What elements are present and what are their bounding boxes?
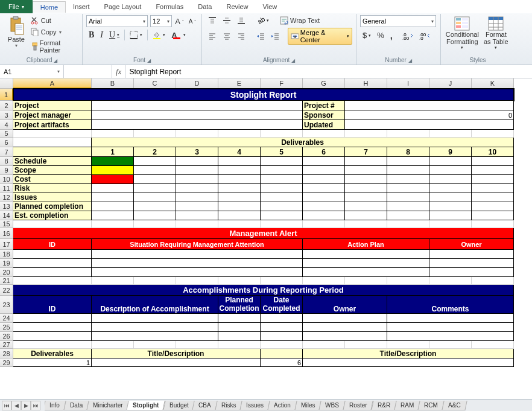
- cell[interactable]: [13, 220, 92, 228]
- cell[interactable]: [92, 211, 134, 220]
- cell[interactable]: [92, 130, 134, 138]
- sheet-nav-prev[interactable]: ◀: [11, 401, 21, 410]
- increase-decimal-button[interactable]: .0.00: [400, 30, 416, 41]
- row-header[interactable]: 13: [0, 202, 13, 211]
- tab-view[interactable]: View: [256, 1, 285, 12]
- cell[interactable]: [387, 314, 514, 323]
- label-updated[interactable]: Updated: [303, 120, 345, 130]
- cell[interactable]: [303, 211, 345, 220]
- col-header-A[interactable]: A: [13, 78, 92, 89]
- cell[interactable]: [92, 175, 134, 184]
- align-top-button[interactable]: [206, 15, 219, 26]
- row-header[interactable]: 6: [0, 138, 13, 147]
- cell[interactable]: [261, 166, 303, 175]
- cell[interactable]: [134, 277, 176, 285]
- cell[interactable]: [387, 202, 429, 211]
- accomp-date[interactable]: Date Completed: [261, 296, 303, 314]
- row-header[interactable]: 5: [0, 130, 13, 138]
- row-header[interactable]: 7: [0, 147, 13, 157]
- label-project-mgr[interactable]: Project manager: [13, 110, 92, 120]
- cell[interactable]: [176, 157, 218, 166]
- sheet-tab-minicharter[interactable]: Minicharter: [86, 401, 129, 410]
- row-header[interactable]: 24: [0, 314, 13, 323]
- bottom-n1[interactable]: 1: [13, 358, 92, 367]
- name-box[interactable]: A1▾: [0, 65, 64, 78]
- cell[interactable]: [303, 341, 345, 349]
- cell[interactable]: [303, 332, 387, 341]
- sheet-nav-last[interactable]: ⏭: [31, 401, 40, 410]
- cell[interactable]: [13, 250, 92, 259]
- cell[interactable]: [345, 211, 387, 220]
- cell[interactable]: [261, 193, 303, 202]
- deliv-num[interactable]: 9: [429, 147, 472, 157]
- cell[interactable]: [134, 341, 176, 349]
- cell[interactable]: [472, 130, 514, 138]
- cell[interactable]: [345, 193, 387, 202]
- tab-data[interactable]: Data: [191, 1, 219, 12]
- cell[interactable]: [303, 268, 429, 277]
- cell[interactable]: [345, 202, 387, 211]
- row-header[interactable]: 26: [0, 332, 13, 341]
- accomp-owner[interactable]: Owner: [303, 296, 387, 314]
- cell[interactable]: [176, 184, 218, 193]
- row-header[interactable]: 10: [0, 175, 13, 184]
- deliv-num[interactable]: 2: [134, 147, 176, 157]
- shrink-font-button[interactable]: Aˇ: [187, 18, 198, 25]
- cell[interactable]: [429, 220, 472, 228]
- font-name-combo[interactable]: Arial▾: [86, 15, 148, 27]
- row-header[interactable]: 19: [0, 259, 13, 268]
- row-header[interactable]: 1: [0, 89, 13, 101]
- cell[interactable]: [261, 314, 303, 323]
- deliv-num[interactable]: 8: [387, 147, 429, 157]
- row-label[interactable]: Scope: [13, 166, 92, 175]
- formula-input[interactable]: Stoplight Report: [125, 68, 185, 76]
- cell[interactable]: [345, 277, 387, 285]
- cell[interactable]: [13, 277, 92, 285]
- deliv-num[interactable]: 4: [218, 147, 261, 157]
- cell[interactable]: [92, 101, 303, 110]
- sheet-tab-r&r[interactable]: R&R: [371, 401, 397, 410]
- cell[interactable]: [387, 130, 429, 138]
- font-size-combo[interactable]: 12▾: [150, 15, 172, 27]
- cell[interactable]: [387, 211, 429, 220]
- row-header[interactable]: 12: [0, 193, 13, 202]
- row-header[interactable]: 18: [0, 250, 13, 259]
- sheet-tab-rcm[interactable]: RCM: [417, 401, 444, 410]
- row-label[interactable]: Risk: [13, 184, 92, 193]
- tab-home[interactable]: Home: [33, 1, 66, 13]
- align-middle-button[interactable]: [220, 15, 233, 26]
- cell[interactable]: [92, 358, 261, 367]
- cell[interactable]: [176, 341, 218, 349]
- cell[interactable]: [13, 130, 92, 138]
- col-header-K[interactable]: K: [472, 78, 514, 89]
- worksheet-grid[interactable]: ABCDEFGHIJK 1Stoplight Report2ProjectPro…: [0, 78, 532, 367]
- cell[interactable]: [387, 184, 429, 193]
- cell[interactable]: [92, 268, 303, 277]
- cell[interactable]: [472, 184, 514, 193]
- sheet-tab-action[interactable]: Action: [268, 401, 297, 410]
- cell[interactable]: [345, 101, 514, 110]
- tab-page-layout[interactable]: Page Layout: [97, 1, 149, 12]
- fill-color-button[interactable]: ▾: [150, 30, 168, 40]
- row-header[interactable]: 23: [0, 296, 13, 314]
- sheet-tab-miles[interactable]: Miles: [294, 401, 321, 410]
- sheet-tab-stoplight[interactable]: Stoplight: [127, 401, 166, 410]
- cell[interactable]: [472, 211, 514, 220]
- cell[interactable]: [92, 110, 303, 120]
- cell[interactable]: [134, 193, 176, 202]
- sheet-tab-wbs[interactable]: WBS: [319, 401, 346, 410]
- cell[interactable]: [218, 277, 261, 285]
- cell[interactable]: [218, 193, 261, 202]
- cell[interactable]: [92, 277, 134, 285]
- font-color-button[interactable]: A▾: [169, 29, 188, 41]
- deliv-num[interactable]: 7: [345, 147, 387, 157]
- cell[interactable]: [218, 130, 261, 138]
- paste-button[interactable]: Paste ▾: [5, 15, 27, 48]
- number-format-combo[interactable]: General▾: [360, 15, 436, 27]
- mgmt-situation[interactable]: Situation Requiring Management Attention: [92, 239, 303, 250]
- bottom-n6[interactable]: 6: [261, 358, 303, 367]
- copy-button[interactable]: Copy▾: [28, 27, 78, 37]
- cell[interactable]: [387, 277, 429, 285]
- sheet-nav-next[interactable]: ▶: [21, 401, 31, 410]
- cell[interactable]: [387, 175, 429, 184]
